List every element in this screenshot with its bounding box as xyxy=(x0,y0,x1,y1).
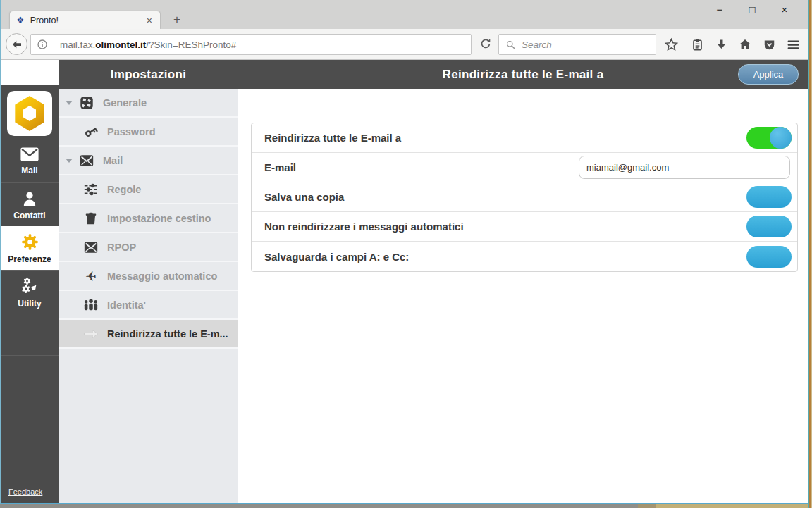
sidebar-item-utility[interactable]: Utility xyxy=(1,270,59,314)
webmail-app: Mail Contatti xyxy=(1,60,808,503)
save-copy-toggle[interactable] xyxy=(746,186,792,208)
settings-rows: Reindirizza tutte le E-mail a E-mail mia… xyxy=(251,123,798,272)
window-minimize-button[interactable]: − xyxy=(703,1,736,18)
logo-hexagon-icon xyxy=(13,96,46,131)
window-maximize-button[interactable]: □ xyxy=(736,1,768,18)
trash-icon xyxy=(82,210,99,227)
new-tab-button[interactable]: + xyxy=(168,13,186,27)
tab-title: Pronto! xyxy=(30,16,145,25)
settings-item-identita[interactable]: Identita' xyxy=(59,291,238,320)
titlebar: ❖ Pronto! × + − □ × xyxy=(1,0,808,29)
url-text: mail.fax.olimontel.it/?Skin=REShPronto# xyxy=(60,39,236,50)
browser-window: ❖ Pronto! × + − □ × mail. xyxy=(0,0,808,504)
site-info-icon[interactable] xyxy=(37,39,48,50)
airplane-icon: ✈ xyxy=(82,268,99,285)
feedback-link[interactable]: Feedback xyxy=(8,488,42,496)
settings-item-generale[interactable]: Generale xyxy=(59,89,238,118)
sidebar-item-contatti[interactable]: Contatti xyxy=(1,182,59,226)
gears-utility-icon xyxy=(20,276,39,296)
gear-icon xyxy=(20,233,39,252)
person-icon xyxy=(20,190,39,208)
app-logo xyxy=(7,91,52,136)
setting-label: Salva una copia xyxy=(264,191,344,203)
mail-envelope-icon xyxy=(78,152,95,169)
setting-label: Non reindirizzare i messaggi automatici xyxy=(264,221,464,233)
chevron-down-icon[interactable] xyxy=(66,101,73,105)
search-placeholder: Search xyxy=(522,39,552,50)
settings-item-regole[interactable]: Regole xyxy=(59,175,238,204)
toggle-knob xyxy=(770,127,792,149)
preserve-fields-toggle[interactable] xyxy=(746,246,792,268)
settings-item-label: Mail xyxy=(103,155,123,166)
setting-label: E-mail xyxy=(264,161,296,173)
sidebar-separator xyxy=(1,355,59,397)
search-field[interactable]: Search xyxy=(498,34,656,55)
menu-hamburger-icon[interactable] xyxy=(781,37,805,52)
page-title: Reindirizza tutte le E-mail a xyxy=(443,68,604,82)
settings-item-password[interactable]: Password xyxy=(59,118,238,147)
settings-item-reindirizza[interactable]: Reindirizza tutte le E-m... xyxy=(59,320,238,349)
sliders-icon xyxy=(82,181,99,198)
rpop-envelope-icon xyxy=(82,239,99,256)
url-bar[interactable]: mail.fax.olimontel.it/?Skin=REShPronto# xyxy=(30,34,472,55)
no-auto-messages-toggle[interactable] xyxy=(746,216,792,237)
sidebar-separator xyxy=(1,314,59,355)
back-button[interactable] xyxy=(6,33,27,55)
settings-item-messaggio-automatico[interactable]: ✈ Messaggio automatico xyxy=(59,262,238,291)
sidebar-item-mail[interactable]: Mail xyxy=(1,139,59,182)
setting-label: Salvaguarda i campi A: e Cc: xyxy=(264,251,409,263)
reading-list-icon[interactable] xyxy=(685,38,709,51)
desktop-wallpaper-bottom xyxy=(0,504,812,508)
browser-tab[interactable]: ❖ Pronto! × xyxy=(10,11,160,29)
general-settings-icon xyxy=(78,94,95,111)
sidebar-item-label: Utility xyxy=(18,299,41,309)
home-icon[interactable] xyxy=(733,37,757,51)
app-sidebar: Mail Contatti xyxy=(1,60,59,503)
settings-item-label: Identita' xyxy=(107,299,146,311)
mail-envelope-icon xyxy=(19,146,40,163)
url-divider xyxy=(54,38,54,51)
sidebar-item-label: Contatti xyxy=(13,211,45,221)
settings-item-label: Regole xyxy=(107,184,141,195)
redirect-toggle[interactable] xyxy=(746,127,792,149)
settings-item-label: Generale xyxy=(103,97,147,109)
settings-item-label: Impostazione cestino xyxy=(107,213,211,224)
desktop-wallpaper-right xyxy=(808,0,812,508)
setting-row-preserve-fields: Salvaguarda i campi A: e Cc: xyxy=(252,242,797,271)
settings-item-rpop[interactable]: RPOP xyxy=(59,233,238,262)
people-icon xyxy=(82,297,99,314)
sidebar-top-corner xyxy=(1,60,59,85)
settings-item-label: RPOP xyxy=(107,242,136,253)
sidebar-item-label: Preferenze xyxy=(8,254,51,264)
sidebar-item-preferenze[interactable]: Preferenze xyxy=(1,226,59,270)
settings-panel: Impostazioni Generale xyxy=(59,60,238,503)
apply-button[interactable]: Applica xyxy=(738,64,799,85)
downloads-icon[interactable] xyxy=(709,38,733,51)
setting-label: Reindirizza tutte le E-mail a xyxy=(264,132,401,144)
email-input[interactable]: miamail@gmail.com xyxy=(579,156,790,179)
window-close-button[interactable]: × xyxy=(768,1,801,18)
sidebar-item-label: Mail xyxy=(21,166,37,175)
toolbar-divider xyxy=(684,37,684,51)
bookmark-star-icon[interactable] xyxy=(659,37,683,52)
back-arrow-icon xyxy=(11,38,23,51)
pocket-icon[interactable] xyxy=(757,38,781,51)
settings-item-label: Reindirizza tutte le E-m... xyxy=(107,328,228,340)
settings-content: Reindirizza tutte le E-mail a Applica Re… xyxy=(238,60,808,503)
setting-row-email: E-mail miamail@gmail.com xyxy=(252,153,797,182)
setting-row-no-auto: Non reindirizzare i messaggi automatici xyxy=(252,212,797,242)
redirect-arrow-icon xyxy=(82,326,99,342)
search-icon xyxy=(505,39,516,50)
chevron-down-icon[interactable] xyxy=(66,159,73,163)
setting-row-redirect: Reindirizza tutte le E-mail a xyxy=(252,123,797,153)
tab-close-icon[interactable]: × xyxy=(145,15,154,26)
setting-row-save-copy: Salva una copia xyxy=(252,182,797,212)
settings-panel-title: Impostazioni xyxy=(59,60,238,89)
tab-favicon-icon: ❖ xyxy=(16,16,25,25)
settings-item-mail[interactable]: Mail xyxy=(59,147,238,175)
browser-toolbar: mail.fax.olimontel.it/?Skin=REShPronto# … xyxy=(1,29,808,60)
reload-button[interactable] xyxy=(479,37,493,51)
settings-item-label: Password xyxy=(107,126,156,137)
settings-item-impostazione-cestino[interactable]: Impostazione cestino xyxy=(59,204,238,233)
content-header: Reindirizza tutte le E-mail a Applica xyxy=(238,60,808,89)
